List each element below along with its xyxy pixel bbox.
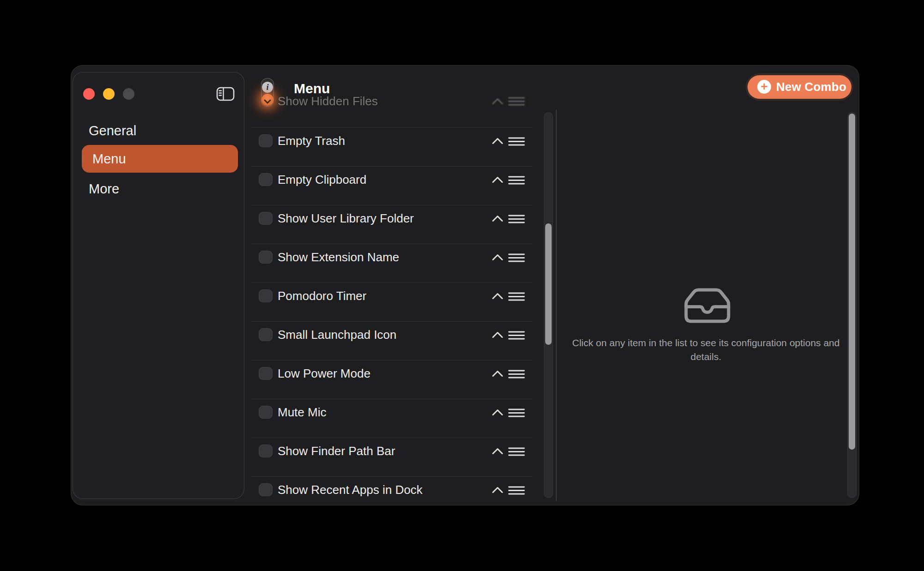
window-scrollbar-thumb[interactable] (849, 114, 855, 450)
sidebar-item-label: More (89, 181, 119, 197)
item-checkbox[interactable] (259, 251, 273, 264)
list-item[interactable]: Low Power Mode (251, 360, 532, 399)
list-item[interactable]: Show Recent Apps in Dock (251, 476, 532, 505)
chevron-up-icon (492, 98, 503, 107)
list-item[interactable]: Show Finder Path Bar (251, 438, 532, 476)
chevron-up-icon[interactable] (492, 176, 503, 185)
item-label: Show Recent Apps in Dock (278, 481, 423, 498)
drag-handle-icon[interactable] (508, 137, 525, 148)
new-combo-label: New Combo (776, 75, 846, 99)
item-checkbox[interactable] (259, 406, 273, 419)
drag-handle-icon[interactable] (508, 486, 525, 497)
item-label: Low Power Mode (278, 365, 371, 382)
sidebar-item-more[interactable]: More (82, 177, 238, 201)
menu-items-list: Empty Trash (251, 127, 532, 505)
item-label: Show Extension Name (278, 249, 399, 265)
item-checkbox[interactable] (259, 328, 273, 341)
drag-handle-icon[interactable] (508, 369, 525, 381)
chevron-up-icon[interactable] (492, 138, 503, 146)
sidebar-item-label: Menu (92, 151, 126, 167)
item-checkbox[interactable] (259, 134, 273, 147)
drag-handle-icon[interactable] (508, 408, 525, 420)
chevron-up-icon[interactable] (492, 487, 503, 495)
list-scrollbar-track[interactable] (544, 112, 553, 498)
list-item[interactable]: Pomodoro Timer (251, 282, 532, 321)
item-label: Small Launchpad Icon (278, 326, 396, 343)
item-label: Show Finder Path Bar (278, 443, 395, 459)
close-button[interactable] (83, 88, 95, 100)
app-window: General Menu More Menu + New Combo i (71, 65, 859, 505)
sidebar-toggle-icon (216, 96, 235, 103)
info-icon[interactable]: i (262, 82, 273, 93)
chevron-up-icon[interactable] (492, 409, 503, 418)
item-checkbox[interactable] (259, 289, 273, 302)
item-label: Empty Clipboard (278, 171, 366, 188)
drag-handle-icon[interactable] (508, 214, 525, 226)
list-item[interactable]: Empty Clipboard (251, 166, 532, 205)
drag-handle-icon (508, 96, 525, 108)
item-label: Pomodoro Timer (278, 288, 366, 304)
item-label: Show User Library Folder (278, 210, 414, 227)
item-checkbox[interactable] (259, 483, 273, 496)
drag-handle-icon[interactable] (508, 292, 525, 303)
chevron-down-icon (264, 99, 271, 106)
minimize-button[interactable] (103, 88, 115, 100)
item-checkbox[interactable] (259, 367, 273, 380)
panel-divider (556, 110, 557, 501)
chevron-up-icon[interactable] (492, 370, 503, 379)
list-item[interactable]: Mute Mic (251, 399, 532, 438)
item-checkbox[interactable] (259, 173, 273, 186)
toggle-knob[interactable] (261, 94, 274, 106)
empty-state-message: Click on any item in the list to see its… (570, 336, 842, 364)
list-item[interactable]: Show Extension Name (251, 244, 532, 282)
chevron-up-icon[interactable] (492, 215, 503, 224)
tray-icon (684, 288, 730, 325)
drag-handle-icon[interactable] (508, 331, 525, 342)
item-label: Mute Mic (278, 404, 326, 421)
item-checkbox[interactable] (259, 212, 273, 225)
chevron-up-icon[interactable] (492, 448, 503, 457)
sidebar-toggle-button[interactable] (216, 87, 235, 102)
list-item[interactable]: Empty Trash (251, 127, 532, 166)
drag-handle-icon[interactable] (508, 253, 525, 264)
item-checkbox[interactable] (259, 445, 273, 457)
window-scrollbar-track[interactable] (847, 112, 857, 498)
zoom-button[interactable] (123, 88, 134, 100)
chevron-up-icon[interactable] (492, 331, 503, 340)
new-combo-button[interactable]: + New Combo (748, 75, 851, 99)
list-item[interactable]: Small Launchpad Icon (251, 321, 532, 360)
drag-handle-icon[interactable] (508, 175, 525, 187)
list-item[interactable]: Show User Library Folder (251, 205, 532, 244)
sidebar-item-menu[interactable]: Menu (82, 145, 238, 173)
plus-icon: + (757, 80, 771, 94)
sidebar: General Menu More (73, 72, 244, 499)
chevron-up-icon[interactable] (492, 254, 503, 263)
drag-handle-icon[interactable] (508, 447, 525, 458)
item-label: Empty Trash (278, 132, 345, 149)
ghost-row-label: Show Hidden Files (278, 93, 378, 109)
sidebar-item-label: General (89, 123, 136, 138)
list-scrollbar-thumb[interactable] (545, 223, 552, 345)
sidebar-item-general[interactable]: General (82, 119, 238, 143)
chevron-up-icon[interactable] (492, 293, 503, 301)
screen: General Menu More Menu + New Combo i (0, 0, 924, 571)
